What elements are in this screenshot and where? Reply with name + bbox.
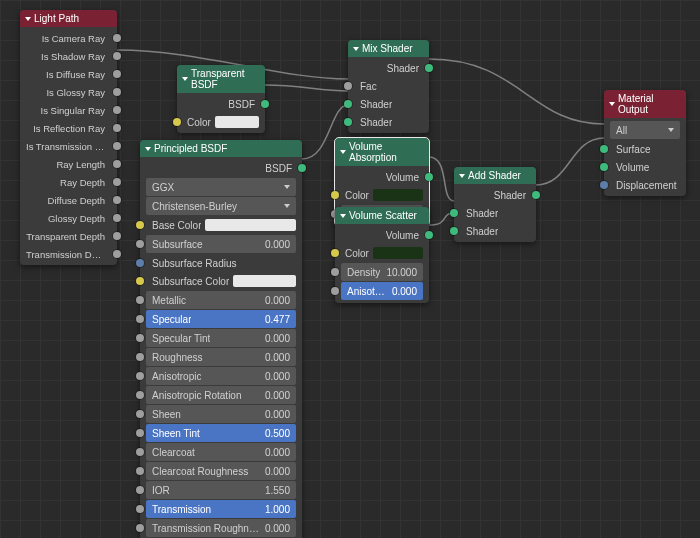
socket-in[interactable] bbox=[331, 287, 339, 295]
socket-in[interactable] bbox=[136, 334, 144, 342]
socket-in[interactable] bbox=[136, 505, 144, 513]
dropdown-sss[interactable]: Christensen-Burley bbox=[146, 197, 296, 215]
color-swatch[interactable] bbox=[205, 219, 296, 231]
socket-in[interactable] bbox=[136, 448, 144, 456]
node-principled-bsdf[interactable]: Principled BSDF BSDF GGX Christensen-Bur… bbox=[140, 140, 302, 538]
socket-in[interactable] bbox=[136, 277, 144, 285]
socket-in[interactable] bbox=[136, 467, 144, 475]
socket-in[interactable] bbox=[136, 486, 144, 494]
dropdown-target[interactable]: All bbox=[610, 121, 680, 139]
node-transparent-bsdf[interactable]: Transparent BSDF BSDF Color bbox=[177, 65, 265, 133]
input-transmission[interactable]: Transmission1.000 bbox=[146, 500, 296, 518]
node-header[interactable]: Mix Shader bbox=[348, 40, 429, 57]
socket-out[interactable] bbox=[113, 34, 121, 42]
socket-in[interactable] bbox=[136, 296, 144, 304]
node-header[interactable]: Principled BSDF bbox=[140, 140, 302, 157]
input-specular-tint[interactable]: Specular Tint0.000 bbox=[146, 329, 296, 347]
socket-in[interactable] bbox=[600, 181, 608, 189]
node-light-path[interactable]: Light Path Is Camera RayIs Shadow RayIs … bbox=[20, 10, 117, 265]
socket-in[interactable] bbox=[136, 524, 144, 532]
input-sheen-tint[interactable]: Sheen Tint0.500 bbox=[146, 424, 296, 442]
socket-out[interactable] bbox=[113, 88, 121, 96]
node-material-output[interactable]: Material Output All Surface Volume Displ… bbox=[604, 90, 686, 196]
socket-in[interactable] bbox=[600, 145, 608, 153]
input-anisotropic[interactable]: Anisotropic0.000 bbox=[146, 367, 296, 385]
socket-out[interactable] bbox=[425, 173, 433, 181]
node-header[interactable]: Volume Scatter bbox=[335, 207, 429, 224]
socket-out[interactable] bbox=[113, 250, 121, 258]
socket-in[interactable] bbox=[344, 118, 352, 126]
socket-out[interactable] bbox=[532, 191, 540, 199]
socket-out[interactable] bbox=[113, 52, 121, 60]
dropdown-dist[interactable]: GGX bbox=[146, 178, 296, 196]
collapse-icon[interactable] bbox=[182, 77, 188, 81]
output-glossy-depth: Glossy Depth bbox=[20, 209, 117, 227]
node-add-shader[interactable]: Add Shader Shader Shader Shader bbox=[454, 167, 536, 242]
input-subsurface[interactable]: Subsurface0.000 bbox=[146, 235, 296, 253]
collapse-icon[interactable] bbox=[25, 17, 31, 21]
node-header[interactable]: Volume Absorption bbox=[335, 138, 429, 166]
color-swatch[interactable] bbox=[233, 275, 296, 287]
socket-in[interactable] bbox=[450, 209, 458, 217]
collapse-icon[interactable] bbox=[340, 214, 346, 218]
socket-out[interactable] bbox=[261, 100, 269, 108]
input-clearcoat[interactable]: Clearcoat0.000 bbox=[146, 443, 296, 461]
socket-in[interactable] bbox=[136, 429, 144, 437]
node-title: Light Path bbox=[34, 13, 79, 24]
node-header[interactable]: Transparent BSDF bbox=[177, 65, 265, 93]
socket-out[interactable] bbox=[425, 64, 433, 72]
socket-out[interactable] bbox=[113, 178, 121, 186]
socket-in[interactable] bbox=[331, 268, 339, 276]
socket-out[interactable] bbox=[113, 106, 121, 114]
input-specular[interactable]: Specular0.477 bbox=[146, 310, 296, 328]
socket-out[interactable] bbox=[113, 214, 121, 222]
socket-out[interactable] bbox=[113, 196, 121, 204]
node-header[interactable]: Light Path bbox=[20, 10, 117, 27]
collapse-icon[interactable] bbox=[609, 102, 615, 106]
color-swatch[interactable] bbox=[215, 116, 259, 128]
collapse-icon[interactable] bbox=[145, 147, 151, 151]
socket-in[interactable] bbox=[136, 410, 144, 418]
socket-in[interactable] bbox=[344, 82, 352, 90]
collapse-icon[interactable] bbox=[340, 150, 346, 154]
socket-out[interactable] bbox=[425, 231, 433, 239]
node-mix-shader[interactable]: Mix Shader Shader Fac Shader Shader bbox=[348, 40, 429, 133]
input-subsurface-color[interactable]: Subsurface Color bbox=[140, 272, 302, 290]
input-density[interactable]: Density 10.000 bbox=[341, 263, 423, 281]
collapse-icon[interactable] bbox=[459, 174, 465, 178]
socket-out[interactable] bbox=[113, 232, 121, 240]
input-sheen[interactable]: Sheen0.000 bbox=[146, 405, 296, 423]
socket-in[interactable] bbox=[136, 240, 144, 248]
node-header[interactable]: Add Shader bbox=[454, 167, 536, 184]
socket-in[interactable] bbox=[450, 227, 458, 235]
socket-in[interactable] bbox=[173, 118, 181, 126]
socket-in[interactable] bbox=[136, 221, 144, 229]
input-metallic[interactable]: Metallic0.000 bbox=[146, 291, 296, 309]
input-ior[interactable]: IOR1.550 bbox=[146, 481, 296, 499]
socket-out[interactable] bbox=[298, 164, 306, 172]
input-transmission-roughness[interactable]: Transmission Roughness0.000 bbox=[146, 519, 296, 537]
input-clearcoat-roughness[interactable]: Clearcoat Roughness0.000 bbox=[146, 462, 296, 480]
input-roughness[interactable]: Roughness0.000 bbox=[146, 348, 296, 366]
socket-in[interactable] bbox=[136, 372, 144, 380]
socket-in[interactable] bbox=[344, 100, 352, 108]
node-volume-scatter[interactable]: Volume Scatter Volume Color Density 10.0… bbox=[335, 207, 429, 303]
socket-out[interactable] bbox=[113, 124, 121, 132]
input-anisotropy[interactable]: Anisotropy 0.000 bbox=[341, 282, 423, 300]
socket-in[interactable] bbox=[331, 191, 339, 199]
color-swatch[interactable] bbox=[373, 247, 423, 259]
input-base-color[interactable]: Base Color bbox=[140, 216, 302, 234]
socket-in[interactable] bbox=[331, 249, 339, 257]
socket-in[interactable] bbox=[136, 353, 144, 361]
socket-out[interactable] bbox=[113, 160, 121, 168]
socket-out[interactable] bbox=[113, 142, 121, 150]
socket-out[interactable] bbox=[113, 70, 121, 78]
socket-in[interactable] bbox=[136, 259, 144, 267]
node-header[interactable]: Material Output bbox=[604, 90, 686, 118]
collapse-icon[interactable] bbox=[353, 47, 359, 51]
color-swatch[interactable] bbox=[373, 189, 423, 201]
input-anisotropic-rotation[interactable]: Anisotropic Rotation0.000 bbox=[146, 386, 296, 404]
socket-in[interactable] bbox=[136, 391, 144, 399]
socket-in[interactable] bbox=[600, 163, 608, 171]
socket-in[interactable] bbox=[136, 315, 144, 323]
